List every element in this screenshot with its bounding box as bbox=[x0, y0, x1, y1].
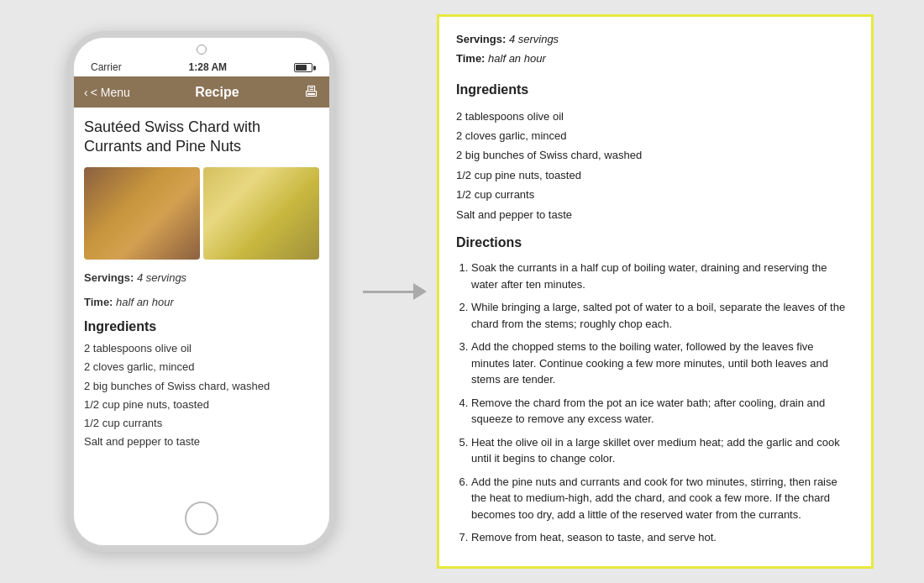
time-label: 1:28 AM bbox=[189, 61, 228, 73]
print-icon[interactable]: 🖶 bbox=[304, 83, 319, 101]
phone-mockup: Carrier 1:28 AM ‹ < Menu Recipe 🖶 bbox=[67, 31, 336, 552]
list-item: While bringing a large, salted pot of wa… bbox=[471, 299, 854, 332]
panel-ingredients-list: 2 tablespoons olive oil2 cloves garlic, … bbox=[456, 107, 854, 224]
main-container: Carrier 1:28 AM ‹ < Menu Recipe 🖶 bbox=[0, 0, 924, 583]
recipe-title: Sautéed Swiss Chard with Currants and Pi… bbox=[84, 118, 319, 157]
phone-notch bbox=[74, 38, 329, 58]
home-button[interactable] bbox=[185, 502, 218, 535]
recipe-image-right bbox=[203, 167, 319, 260]
panel-time: Time: half an hour bbox=[456, 50, 854, 68]
list-item: 2 tablespoons olive oil bbox=[456, 107, 854, 126]
phone-ingredients-list: 2 tablespoons olive oil2 cloves garlic, … bbox=[84, 339, 319, 451]
panel-ingredients-heading: Ingredients bbox=[456, 80, 854, 100]
list-item: 1/2 cup pine nuts, toasted bbox=[456, 165, 854, 185]
servings-value: 4 servings bbox=[137, 271, 186, 284]
list-item: Remove the chard from the pot an ice wat… bbox=[471, 395, 854, 428]
time-label: Time: bbox=[84, 296, 113, 308]
list-item: 2 cloves garlic, minced bbox=[456, 126, 854, 145]
servings-label: Servings: bbox=[84, 271, 134, 284]
list-item: 1/2 cup pine nuts, toasted bbox=[84, 396, 319, 414]
phone-container: Carrier 1:28 AM ‹ < Menu Recipe 🖶 bbox=[50, 31, 353, 552]
list-item: 2 big bunches of Swiss chard, washed bbox=[456, 145, 854, 165]
recipe-image-left bbox=[84, 167, 200, 260]
panel-servings: Servings: 4 servings bbox=[456, 30, 854, 49]
list-item: Salt and pepper to taste bbox=[84, 433, 319, 451]
arrow-line bbox=[363, 291, 413, 293]
panel-servings-value: 4 servings bbox=[509, 33, 559, 45]
list-item: 2 big bunches of Swiss chard, washed bbox=[84, 377, 319, 396]
list-item: Remove from heat, season to taste, and s… bbox=[471, 529, 854, 546]
list-item: Heat the olive oil in a large skillet ov… bbox=[471, 434, 854, 467]
phone-meta-time: Time: half an hour bbox=[84, 294, 319, 312]
status-right bbox=[294, 62, 312, 72]
nav-bar: ‹ < Menu Recipe 🖶 bbox=[74, 76, 329, 108]
back-button[interactable]: ‹ < Menu bbox=[84, 86, 130, 99]
panel-directions-list: Soak the currants in a half cup of boili… bbox=[456, 260, 854, 546]
list-item: 2 cloves garlic, minced bbox=[84, 358, 319, 376]
phone-home-area bbox=[74, 491, 329, 545]
status-bar: Carrier 1:28 AM bbox=[74, 58, 329, 76]
back-chevron-icon: ‹ bbox=[84, 86, 88, 99]
nav-title: Recipe bbox=[195, 85, 239, 100]
carrier-label: Carrier bbox=[91, 61, 122, 73]
list-item: Soak the currants in a half cup of boili… bbox=[471, 260, 854, 292]
list-item: 1/2 cup currants bbox=[456, 185, 854, 204]
arrow-head bbox=[413, 283, 427, 300]
time-value: half an hour bbox=[116, 296, 174, 308]
ingredients-heading: Ingredients bbox=[84, 319, 319, 334]
phone-content: Sautéed Swiss Chard with Currants and Pi… bbox=[74, 108, 329, 491]
list-item: Add the chopped stems to the boiling wat… bbox=[471, 339, 854, 388]
panel-time-value: half an hour bbox=[488, 52, 546, 65]
back-label: < Menu bbox=[91, 86, 130, 99]
panel-time-label: Time: bbox=[456, 52, 485, 65]
list-item: 2 tablespoons olive oil bbox=[84, 339, 319, 358]
list-item: 1/2 cup currants bbox=[84, 414, 319, 433]
phone-camera bbox=[197, 45, 207, 55]
panel-meta: Servings: 4 servings Time: half an hour bbox=[456, 30, 854, 67]
panel-servings-label: Servings: bbox=[456, 33, 506, 45]
recipe-images bbox=[84, 167, 319, 260]
list-item: Salt and pepper to taste bbox=[456, 205, 854, 224]
right-arrow bbox=[363, 283, 427, 300]
list-item: Add the pine nuts and currants and cook … bbox=[471, 474, 854, 523]
panel-directions-heading: Directions bbox=[456, 233, 854, 253]
phone-meta-servings: Servings: 4 servings bbox=[84, 270, 319, 287]
arrow-container bbox=[353, 283, 437, 300]
battery-icon bbox=[294, 62, 312, 72]
recipe-panel: Servings: 4 servings Time: half an hour … bbox=[437, 14, 874, 568]
